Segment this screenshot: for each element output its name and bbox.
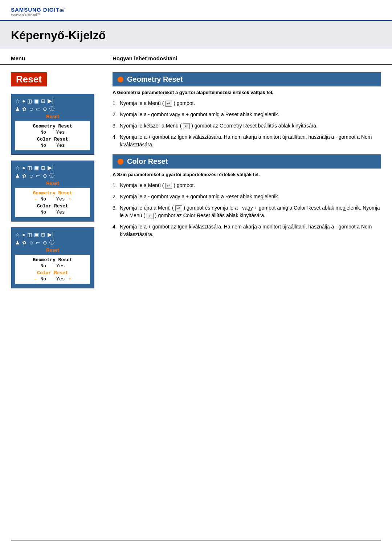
left-column: Reset ☆●◫▣⊟▶| ♟✿☺▭⊙ⓘ Reset Geometry Rese… <box>11 72 102 294</box>
geo-label-3: Geometry Reset <box>18 257 87 263</box>
col-menu-label: Menü <box>11 55 113 61</box>
color-reset-header: Color Reset <box>113 154 381 169</box>
color-label-1: Color Reset <box>18 137 87 142</box>
monitor-icons-row3: ☆●◫▣⊟▶| <box>15 164 90 171</box>
monitor-box-1: ☆●◫▣⊟▶| ♟✿☺▭⊙ⓘ Reset Geometry Reset No Y… <box>11 94 94 155</box>
enter-icon-c3b: ↵ <box>147 213 154 219</box>
color-label-2: Color Reset <box>18 203 87 209</box>
logo-digital: all <box>60 7 64 13</box>
geo-yes-1: Yes <box>56 130 65 135</box>
geo-vals-1: No Yes <box>18 130 87 135</box>
right-column: Geometry Reset A Geometria paramétereket… <box>113 72 381 294</box>
monitor-icons-row4: ♟✿☺▭⊙ⓘ <box>15 173 90 179</box>
color-reset-subtitle: A Szin paramétereket a gyártói alapértel… <box>113 171 381 178</box>
color-dot <box>118 159 123 165</box>
title-bar: Képernyő-Kijelző <box>0 21 392 49</box>
logo-tagline: everyone's invited™ <box>11 13 381 16</box>
color-reset-title: Color Reset <box>127 157 168 166</box>
geo-no-3: No <box>40 263 46 269</box>
enter-icon-g1: ↵ <box>165 101 172 107</box>
monitor-icons-row5: ☆●◫▣⊟▶| <box>15 231 90 238</box>
geometry-reset-subtitle: A Geometria paramétereket a gyártói alap… <box>113 89 381 96</box>
geo-no-2: – No <box>34 197 46 202</box>
geo-no-1: No <box>40 130 46 135</box>
col-headers: Menü Hogyan lehet modositani <box>0 49 392 65</box>
main-content: Reset ☆●◫▣⊟▶| ♟✿☺▭⊙ⓘ Reset Geometry Rese… <box>0 65 392 305</box>
enter-icon-c1: ↵ <box>165 183 172 189</box>
color-step-2: 2. Nyomja le a - gombot vagy a + gombot … <box>113 193 381 200</box>
geo-yes-3: Yes <box>56 263 65 269</box>
geometry-reset-header: Geometry Reset <box>113 72 381 86</box>
col-how-label: Hogyan lehet modositani <box>113 55 381 61</box>
monitor-reset-label-1: Reset <box>15 114 90 119</box>
color-no-2: No <box>40 210 46 215</box>
geometry-step-2: 2. Nyomja le a - gombot vagy a + gombot … <box>113 111 381 118</box>
color-no-3: – No <box>34 276 46 282</box>
monitor-reset-label-3: Reset <box>15 247 90 253</box>
monitor-box-3: ☆●◫▣⊟▶| ♟✿☺▭⊙ⓘ Reset Geometry Reset No Y… <box>11 227 94 288</box>
monitor-icons-row2: ♟✿☺▭⊙ⓘ <box>15 106 90 112</box>
geometry-step-4: 4. Nyomja le a + gombot az Igen kiválasz… <box>113 133 381 149</box>
monitor-inner-1: Geometry Reset No Yes Color Reset No Yes <box>15 121 90 150</box>
color-vals-2: No Yes <box>18 210 87 215</box>
logo-samsung: SAMSUNG DIGIT <box>11 7 60 13</box>
monitor-box-2: ☆●◫▣⊟▶| ♟✿☺▭⊙ⓘ Reset Geometry Reset – No… <box>11 161 94 222</box>
monitor-inner-3: Geometry Reset No Yes Color Reset – No Y… <box>15 255 90 284</box>
color-yes-1: Yes <box>56 143 65 148</box>
color-vals-1: No Yes <box>18 143 87 148</box>
color-step-1: 1. Nyomja le a Menü ( ↵ ) gombot. <box>113 182 381 189</box>
geo-label-1: Geometry Reset <box>18 123 87 129</box>
enter-icon-g3: ↵ <box>183 123 190 129</box>
page-title: Képernyő-Kijelző <box>11 29 381 42</box>
color-step-4: 4. Nyomja le a + gombot az Igen kiválasz… <box>113 223 381 238</box>
logo-area: SAMSUNG DIGITall everyone's invited™ <box>11 7 381 16</box>
color-label-3: Color Reset <box>18 270 87 276</box>
enter-icon-c3a: ↵ <box>175 205 182 211</box>
geo-vals-3: No Yes <box>18 263 87 269</box>
geometry-step-1: 1. Nyomja le a Menü ( ↵ ) gombot. <box>113 100 381 107</box>
monitor-reset-label-2: Reset <box>15 181 90 186</box>
color-no-1: No <box>40 143 46 148</box>
geometry-step-3: 3. Nyomja le kétszer a Menü ( ↵ ) gombot… <box>113 122 381 130</box>
footer-line <box>11 540 381 540</box>
geometry-steps-list: 1. Nyomja le a Menü ( ↵ ) gombot. 2. Nyo… <box>113 100 381 149</box>
geo-yes-2: Yes + <box>56 197 71 202</box>
color-steps-list: 1. Nyomja le a Menü ( ↵ ) gombot. 2. Nyo… <box>113 182 381 238</box>
color-step-3: 3. Nyomja le újra a Menü ( ↵ ) gombot és… <box>113 204 381 219</box>
color-yes-2: Yes <box>56 210 65 215</box>
color-yes-3: Yes + <box>56 276 71 282</box>
header: SAMSUNG DIGITall everyone's invited™ <box>0 0 392 21</box>
geo-vals-2: – No Yes + <box>18 197 87 202</box>
geometry-reset-title: Geometry Reset <box>127 75 183 84</box>
geo-label-2: Geometry Reset <box>18 190 87 196</box>
monitor-icons-row1: ☆●◫▣⊟▶| <box>15 97 90 104</box>
color-vals-3: – No Yes + <box>18 276 87 282</box>
monitor-inner-2: Geometry Reset – No Yes + Color Reset No… <box>15 188 90 217</box>
reset-badge: Reset <box>11 72 47 86</box>
monitor-icons-row6: ♟✿☺▭⊙ⓘ <box>15 239 90 246</box>
geometry-dot <box>118 77 123 82</box>
